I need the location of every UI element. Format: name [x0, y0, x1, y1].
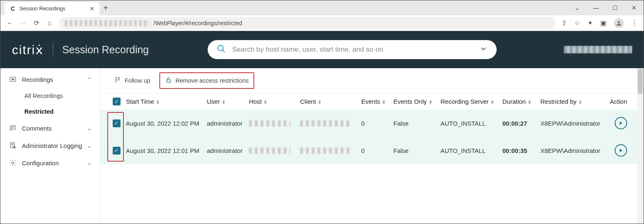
citrix-logo: citriẋ — [12, 43, 44, 57]
cell-duration: 00:00:27 — [502, 120, 540, 127]
sort-icon: ▲▼ — [429, 100, 433, 105]
url-input[interactable]: /WebPlayer/#/recordings/restricted — [59, 17, 556, 29]
cell-host — [249, 120, 300, 126]
cell-host — [249, 148, 300, 154]
remove-restrictions-button[interactable]: Remove access restrictions — [159, 72, 254, 89]
minimize-icon[interactable]: — — [587, 5, 606, 11]
col-start-time[interactable]: Start Time▲▼ — [126, 98, 207, 105]
cell-server: AUTO_INSTALL — [440, 120, 502, 127]
sidebar-item-configuration[interactable]: Configuration ⌄ — [0, 154, 100, 172]
url-path: /WebPlayer/#/recordings/restricted — [154, 20, 242, 26]
cell-client — [300, 148, 361, 154]
cell-client — [300, 120, 361, 126]
sidebar-item-label: Administrator Logging — [22, 142, 82, 149]
new-tab-button[interactable]: + — [99, 3, 112, 13]
search-box[interactable] — [208, 40, 497, 59]
play-button[interactable] — [615, 117, 627, 129]
svg-marker-13 — [620, 122, 623, 125]
followup-button[interactable]: Follow up — [109, 72, 156, 89]
row-checkbox[interactable] — [113, 119, 121, 127]
toolbar: Follow up Remove access restrictions — [100, 68, 638, 93]
favicon-icon: C — [9, 5, 16, 12]
url-host-redacted — [65, 20, 149, 26]
home-icon[interactable]: ⌂ — [46, 19, 53, 27]
sidebar-item-recordings[interactable]: Recordings ⌃ — [0, 71, 100, 88]
col-events-only[interactable]: Events Only▲▼ — [393, 98, 440, 105]
app-title: Session Recording — [62, 44, 149, 56]
divider — [53, 42, 53, 57]
table-body: August 30, 2022 12:02 PM administrator 0… — [100, 110, 638, 164]
col-duration[interactable]: Duration▲▼ — [502, 98, 540, 105]
sidebar: Recordings ⌃ All Recordings Restricted C… — [0, 68, 100, 224]
share-icon[interactable]: ⇪ — [561, 19, 567, 27]
col-client[interactable]: Client▲▼ — [300, 98, 361, 105]
user-info-redacted — [564, 46, 632, 53]
maximize-icon[interactable]: ☐ — [606, 5, 625, 11]
chevron-up-icon: ⌃ — [87, 76, 92, 83]
app-header: citriẋ Session Recording — [0, 31, 644, 68]
sort-icon: ▲▼ — [263, 100, 268, 105]
svg-marker-4 — [12, 79, 14, 81]
col-host[interactable]: Host▲▼ — [249, 98, 300, 105]
browser-tab[interactable]: C Session Recordings ✕ — [5, 2, 99, 15]
sidebar-item-admin-logging[interactable]: Administrator Logging ⌄ — [0, 137, 100, 154]
scrollbar-thumb[interactable] — [638, 69, 643, 94]
cell-events: 0 — [361, 147, 393, 154]
sort-icon: ▲▼ — [578, 100, 582, 105]
chevron-down-icon[interactable]: ⌄ — [568, 5, 587, 11]
sidebar-sub-restricted[interactable]: Restricted — [0, 104, 100, 119]
cell-user: administrator — [207, 147, 249, 154]
back-icon[interactable]: ← — [6, 19, 14, 27]
cell-restricted-by: X8EPW\Administrator — [540, 120, 606, 127]
search-icon — [217, 44, 226, 55]
log-icon — [9, 142, 17, 149]
cell-duration: 00:00:35 — [502, 147, 540, 154]
address-bar: ← → ⟳ ⌂ /WebPlayer/#/recordings/restrict… — [0, 15, 644, 31]
table-header: Start Time▲▼ User▲▼ Host▲▼ Client▲▼ Even… — [100, 93, 638, 110]
followup-label: Follow up — [125, 77, 150, 84]
cell-events: 0 — [361, 120, 393, 127]
col-recording-server[interactable]: Recording Server▲▼ — [440, 98, 502, 105]
col-events[interactable]: Events▲▼ — [361, 98, 393, 105]
play-button[interactable] — [615, 144, 627, 157]
cell-server: AUTO_INSTALL — [440, 147, 502, 154]
row-checkbox[interactable] — [113, 147, 121, 155]
svg-line-2 — [222, 50, 225, 52]
table-row[interactable]: August 30, 2022 12:01 PM administrator 0… — [100, 137, 638, 164]
sidebar-item-comments[interactable]: Comments ⌄ — [0, 119, 100, 137]
unlock-icon — [165, 76, 172, 85]
cell-events-only: False — [393, 120, 440, 127]
table-row[interactable]: August 30, 2022 12:02 PM administrator 0… — [100, 110, 638, 137]
sort-icon: ▲▼ — [156, 100, 160, 105]
svg-point-11 — [12, 162, 14, 164]
cell-restricted-by: X8EPW\Administrator — [540, 147, 606, 154]
chevron-down-icon: ⌄ — [87, 125, 92, 131]
sidebar-item-label: Configuration — [22, 160, 82, 167]
menu-icon[interactable]: ⋮ — [631, 19, 638, 27]
profile-icon[interactable] — [614, 18, 624, 28]
reload-icon[interactable]: ⟳ — [33, 19, 40, 27]
col-restricted-by[interactable]: Restricted by▲▼ — [540, 98, 606, 105]
cell-start: August 30, 2022 12:01 PM — [126, 147, 207, 154]
col-user[interactable]: User▲▼ — [207, 98, 249, 105]
extensions-icon[interactable]: ✦ — [587, 19, 593, 27]
close-icon[interactable]: ✕ — [90, 5, 95, 12]
cell-events-only: False — [393, 147, 440, 154]
bookmark-icon[interactable]: ☆ — [574, 19, 580, 27]
svg-marker-14 — [620, 149, 623, 152]
window-controls: ⌄ — ☐ ✕ — [568, 0, 644, 15]
sidebar-item-label: Comments — [22, 125, 82, 132]
sidebar-sub-all-recordings[interactable]: All Recordings — [0, 88, 100, 104]
col-action: Action — [606, 98, 631, 105]
search-input[interactable] — [232, 45, 479, 54]
close-window-icon[interactable]: ✕ — [625, 5, 644, 11]
select-all-checkbox[interactable] — [113, 98, 121, 105]
panel-icon[interactable]: ▣ — [600, 19, 606, 27]
cell-start: August 30, 2022 12:02 PM — [126, 120, 207, 127]
vertical-scrollbar[interactable] — [637, 68, 644, 224]
forward-icon[interactable]: → — [19, 19, 27, 27]
chevron-down-icon[interactable] — [479, 45, 488, 55]
chevron-down-icon: ⌄ — [87, 160, 92, 166]
svg-point-0 — [618, 21, 620, 23]
comment-icon — [9, 124, 17, 132]
